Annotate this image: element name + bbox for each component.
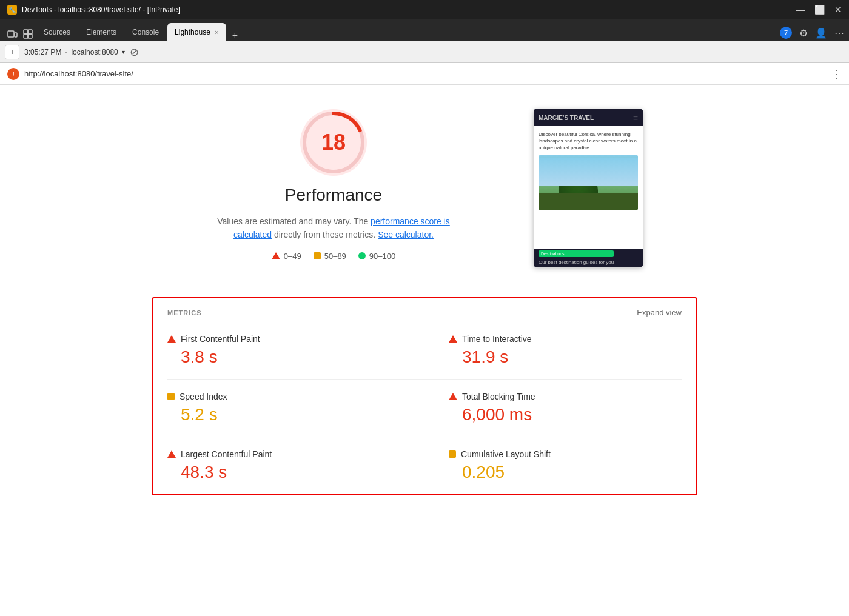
address-dropdown-icon[interactable]: ▾ <box>122 49 125 55</box>
metric-lcp-name-row: Largest Contentful Paint <box>167 449 400 459</box>
legend-good: 90–100 <box>358 252 395 261</box>
svg-rect-0 <box>8 31 14 37</box>
main-content: 18 Performance Values are estimated and … <box>0 85 849 616</box>
tab-sources-label: Sources <box>44 28 70 36</box>
screenshot-menu-icon: ≡ <box>633 113 638 122</box>
toolbar-time: 3:05:27 PM <box>24 48 61 56</box>
restore-button[interactable]: ⬜ <box>814 5 825 15</box>
stop-reload-icon[interactable]: ⊘ <box>130 45 139 59</box>
address-menu-icon[interactable]: ⋮ <box>831 67 842 81</box>
tab-bar: Sources Elements Console Lighthouse ✕ + … <box>0 19 849 41</box>
metrics-header: METRICS Expand view <box>153 298 696 322</box>
add-tab-button[interactable]: + <box>227 30 243 41</box>
legend-moderate: 50–89 <box>314 252 346 261</box>
metric-cls-value: 0.205 <box>449 463 682 482</box>
metric-lcp-icon <box>167 450 176 458</box>
score-left: 18 Performance Values are estimated and … <box>206 109 461 261</box>
screenshot-logo: MARGIE'S TRAVEL <box>539 115 594 121</box>
metric-cls-label: Cumulative Layout Shift <box>461 449 551 459</box>
security-warning-icon: ! <box>7 68 19 80</box>
metric-tti-icon <box>449 335 457 343</box>
metric-fcp-icon <box>167 335 176 343</box>
metric-tbt-label: Total Blocking Time <box>462 392 535 401</box>
tab-lighthouse-label: Lighthouse <box>175 28 210 36</box>
score-section: 18 Performance Values are estimated and … <box>91 85 758 279</box>
legend-poor-label: 0–49 <box>284 252 301 261</box>
screenshot-footer-text: Our best destination guides for you <box>539 259 614 265</box>
metric-si: Speed Index 5.2 s <box>167 379 424 437</box>
add-tab-toolbar-button[interactable]: + <box>5 45 19 59</box>
window-controls: — ⬜ ✕ <box>796 5 842 15</box>
device-emulation-icon[interactable] <box>5 27 19 41</box>
metric-si-name-row: Speed Index <box>167 392 400 401</box>
metric-fcp-label: First Contentful Paint <box>181 334 260 344</box>
metric-si-value: 5.2 s <box>167 405 400 424</box>
metric-fcp-name-row: First Contentful Paint <box>167 334 400 344</box>
legend-moderate-label: 50–89 <box>324 252 346 261</box>
legend-good-label: 90–100 <box>369 252 395 261</box>
metric-tti: Time to Interactive 31.9 s <box>424 322 682 379</box>
devtools-favicon: 🔧 <box>7 5 17 15</box>
metric-tbt-value: 6,000 ms <box>449 405 682 424</box>
metric-tti-name-row: Time to Interactive <box>449 334 682 344</box>
settings-icon[interactable]: ⚙ <box>799 27 808 39</box>
metrics-section-label: METRICS <box>167 309 202 316</box>
tab-sources[interactable]: Sources <box>36 23 78 41</box>
url-display[interactable]: http://localhost:8080/travel-site/ <box>24 69 826 78</box>
legend-good-icon <box>358 252 366 259</box>
expand-view-button[interactable]: Expand view <box>637 308 682 317</box>
svg-rect-5 <box>28 34 32 38</box>
screenshot-footer: Destinations Our best destination guides… <box>534 249 643 267</box>
title-bar: 🔧 DevTools - localhost:8080/travel-site/… <box>0 0 849 19</box>
metric-si-icon <box>167 393 175 400</box>
address-bar: ! http://localhost:8080/travel-site/ ⋮ <box>0 63 849 85</box>
legend-moderate-icon <box>314 252 321 259</box>
tab-lighthouse[interactable]: Lighthouse ✕ <box>167 23 226 41</box>
screenshot-hero-image <box>539 155 638 210</box>
tab-elements[interactable]: Elements <box>79 23 124 41</box>
svg-rect-4 <box>24 34 28 38</box>
metric-tbt-name-row: Total Blocking Time <box>449 392 682 401</box>
performance-title: Performance <box>285 186 382 205</box>
toolbar-host[interactable]: localhost:8080 <box>71 48 118 56</box>
metric-tbt: Total Blocking Time 6,000 ms <box>424 379 682 437</box>
metric-lcp-label: Largest Contentful Paint <box>181 449 272 459</box>
metric-tti-label: Time to Interactive <box>462 334 532 344</box>
metric-si-label: Speed Index <box>180 392 227 401</box>
site-screenshot: MARGIE'S TRAVEL ≡ Discover beautiful Cor… <box>534 109 643 267</box>
inspect-element-icon[interactable] <box>21 27 35 41</box>
tab-console-label: Console <box>132 28 159 36</box>
metric-cls-icon <box>449 450 456 458</box>
close-button[interactable]: ✕ <box>834 5 842 15</box>
svg-rect-2 <box>24 30 28 34</box>
minimize-button[interactable]: — <box>796 5 805 15</box>
tab-console[interactable]: Console <box>125 23 166 41</box>
performance-score-circle: 18 <box>300 109 367 176</box>
toolbar-address-area: 3:05:27 PM - localhost:8080 ▾ <box>24 48 125 56</box>
more-options-icon[interactable]: ⋯ <box>834 27 844 39</box>
metrics-grid: First Contentful Paint 3.8 s Time to Int… <box>153 322 696 494</box>
tab-lighthouse-close[interactable]: ✕ <box>214 29 219 36</box>
score-number: 18 <box>321 130 346 155</box>
performance-description: Values are estimated and may vary. The p… <box>206 215 461 242</box>
metric-cls: Cumulative Layout Shift 0.205 <box>424 437 682 494</box>
share-icon[interactable]: 👤 <box>815 27 827 39</box>
metric-fcp-value: 3.8 s <box>167 347 400 367</box>
metrics-section: METRICS Expand view First Contentful Pai… <box>152 297 697 495</box>
metric-lcp: Largest Contentful Paint 48.3 s <box>167 437 424 494</box>
metric-lcp-value: 48.3 s <box>167 463 400 482</box>
calculator-link[interactable]: See calculator. <box>378 230 434 239</box>
notification-badge[interactable]: 7 <box>780 27 792 39</box>
legend-poor: 0–49 <box>272 252 301 261</box>
legend-poor-icon <box>272 252 280 259</box>
svg-rect-3 <box>28 30 32 34</box>
toolbar-separator: - <box>65 48 67 56</box>
metric-cls-name-row: Cumulative Layout Shift <box>449 449 682 459</box>
metric-tti-value: 31.9 s <box>449 347 682 367</box>
tab-elements-label: Elements <box>86 28 116 36</box>
toolbar: + 3:05:27 PM - localhost:8080 ▾ ⊘ <box>0 41 849 63</box>
screenshot-body: Discover beautiful Corsica, where stunni… <box>534 126 643 249</box>
metric-fcp: First Contentful Paint 3.8 s <box>167 322 424 379</box>
screenshot-hero-text: Discover beautiful Corsica, where stunni… <box>539 131 638 152</box>
window-title: DevTools - localhost:8080/travel-site/ -… <box>22 5 791 14</box>
